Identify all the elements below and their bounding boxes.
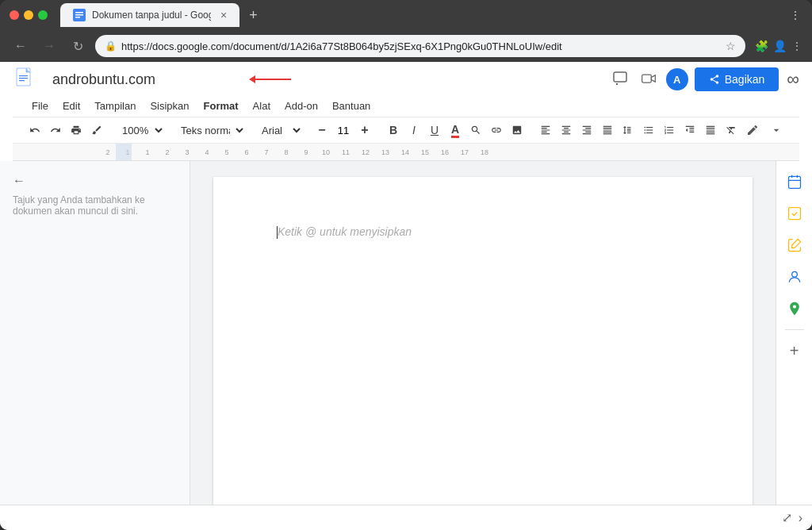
highlight-button[interactable] (466, 121, 485, 140)
toolbar-right (742, 121, 787, 140)
bookmark-icon[interactable]: ☆ (726, 40, 736, 52)
menu-addon[interactable]: Add-on (278, 97, 324, 115)
bullet-list-button[interactable] (639, 121, 658, 140)
numbered-list-button[interactable] (660, 121, 679, 140)
tasks-icon[interactable] (780, 199, 809, 228)
line-spacing-button[interactable] (619, 121, 638, 140)
tab-close-button[interactable]: × (220, 9, 227, 21)
menu-sisipkan[interactable]: Sisipkan (144, 97, 195, 115)
menu-format[interactable]: Format (197, 97, 245, 115)
align-left-button[interactable] (536, 121, 555, 140)
extensions-icon[interactable]: 🧩 (755, 40, 768, 52)
svg-text:13: 13 (381, 148, 389, 156)
svg-text:9: 9 (304, 148, 308, 156)
close-button[interactable] (10, 10, 19, 20)
comments-button[interactable] (609, 67, 631, 92)
svg-text:2: 2 (165, 148, 169, 156)
docs-logo (13, 67, 38, 92)
svg-text:4: 4 (205, 148, 209, 156)
style-select[interactable]: Teks normal (174, 122, 246, 139)
main-content: ← Tajuk yang Anda tambahkan ke dokumen a… (0, 161, 812, 505)
menu-alat[interactable]: Alat (247, 97, 277, 115)
address-bar[interactable]: 🔒 ☆ (95, 35, 745, 57)
align-right-button[interactable] (577, 121, 596, 140)
keep-icon[interactable] (780, 231, 809, 259)
svg-rect-3 (75, 17, 80, 18)
align-justify-button[interactable] (598, 121, 617, 140)
increase-font-size-button[interactable]: + (355, 121, 374, 140)
link-button[interactable] (487, 121, 506, 140)
underline-button[interactable]: U (425, 121, 444, 140)
sidebar-outline-text: Tajuk yang Anda tambahkan ke dokumen aka… (13, 194, 177, 217)
menu-tampilan[interactable]: Tampilan (88, 97, 142, 115)
infinity-button[interactable]: ∞ (787, 69, 799, 90)
font-select[interactable]: Arial (255, 122, 303, 139)
editing-mode-button[interactable] (742, 121, 763, 140)
paint-format-button[interactable] (87, 121, 106, 140)
title-bar: Dokumen tanpa judul - Googl... × + ⋮ (0, 0, 812, 30)
active-tab[interactable]: Dokumen tanpa judul - Googl... × (60, 3, 239, 27)
browser-window: Dokumen tanpa judul - Googl... × + ⋮ ← →… (0, 0, 812, 530)
sidebar-back-button[interactable]: ← (13, 174, 25, 188)
maximize-button[interactable] (38, 10, 48, 20)
decrease-indent-button[interactable] (680, 121, 699, 140)
svg-text:10: 10 (322, 148, 330, 156)
chevron-right-icon[interactable]: › (795, 508, 806, 528)
sidebar-separator (785, 329, 804, 330)
forward-button[interactable]: → (38, 35, 60, 57)
address-input[interactable] (121, 40, 721, 52)
back-button[interactable]: ← (10, 35, 32, 57)
menu-bantuan[interactable]: Bantuan (326, 97, 377, 115)
svg-text:5: 5 (224, 148, 228, 156)
share-button[interactable]: Bagikan (695, 67, 779, 91)
new-tab-button[interactable]: + (243, 4, 264, 27)
svg-rect-34 (788, 176, 800, 188)
svg-rect-11 (642, 75, 651, 83)
bold-button[interactable]: B (384, 121, 403, 140)
svg-text:7: 7 (264, 148, 268, 156)
zoom-select[interactable]: 100% (116, 122, 165, 139)
red-arrow-indicator (249, 75, 291, 83)
arrow-line (255, 79, 291, 80)
svg-rect-8 (19, 80, 25, 81)
doc-page[interactable]: Ketik @ untuk menyisipkan (213, 177, 753, 505)
video-call-button[interactable] (638, 67, 660, 92)
settings-icon[interactable]: ⋮ (790, 9, 802, 21)
avatar[interactable]: A (666, 68, 688, 90)
increase-indent-button[interactable] (701, 121, 720, 140)
insert-image-button[interactable] (508, 121, 527, 140)
decrease-font-size-button[interactable]: − (312, 121, 331, 140)
docs-title-row: A Bagikan ∞ (13, 67, 799, 95)
doc-title-wrapper (48, 68, 241, 91)
print-button[interactable] (67, 121, 86, 140)
ruler-svg: 2 1 1 2 3 4 5 6 7 8 9 10 11 12 1 (13, 144, 799, 161)
more-icon[interactable]: ⋮ (791, 40, 802, 52)
menu-file[interactable]: File (25, 97, 55, 115)
profile-icon[interactable]: 👤 (773, 40, 787, 52)
text-color-button[interactable]: A (446, 121, 465, 140)
minimize-button[interactable] (24, 10, 33, 20)
menu-edit[interactable]: Edit (56, 97, 86, 115)
font-size-input[interactable] (332, 123, 354, 138)
refresh-button[interactable]: ↻ (67, 35, 89, 57)
calendar-icon[interactable] (780, 167, 809, 196)
svg-rect-9 (614, 72, 626, 82)
svg-text:8: 8 (284, 148, 288, 156)
svg-text:16: 16 (441, 148, 449, 156)
add-extension-button[interactable]: + (780, 336, 809, 365)
canvas-area[interactable]: Ketik @ untuk menyisipkan (190, 161, 776, 505)
svg-text:12: 12 (362, 148, 370, 156)
tab-title: Dokumen tanpa judul - Googl... (92, 10, 211, 21)
nav-bar: ← → ↻ 🔒 ☆ 🧩 👤 ⋮ (0, 30, 812, 62)
redo-button[interactable] (46, 121, 65, 140)
browser-icons-right: ⋮ (790, 9, 802, 21)
doc-title-input[interactable] (48, 68, 241, 91)
expand-icon[interactable]: ⤢ (779, 507, 795, 528)
align-center-button[interactable] (557, 121, 576, 140)
italic-button[interactable]: I (404, 121, 423, 140)
clear-format-button[interactable] (722, 121, 741, 140)
undo-button[interactable] (25, 121, 44, 140)
contacts-icon[interactable] (780, 263, 809, 291)
maps-icon[interactable] (780, 294, 809, 323)
expand-toolbar-button[interactable] (766, 121, 787, 140)
